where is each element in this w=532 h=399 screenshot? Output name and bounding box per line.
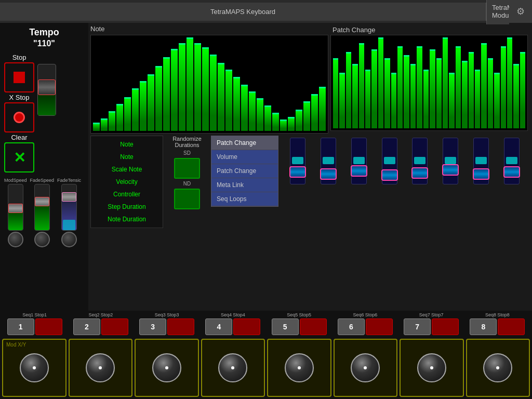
mod-knob[interactable]: [417, 353, 446, 382]
channel-track[interactable]: [290, 138, 305, 184]
channel-track[interactable]: [443, 138, 458, 184]
patch-bar: [462, 61, 467, 128]
patch-bar: [404, 55, 409, 128]
seq-group: Seq5Stop55: [267, 312, 331, 335]
stop-seq-button[interactable]: [366, 318, 393, 335]
nd-button[interactable]: [174, 189, 200, 209]
mod-speed-knob[interactable]: [8, 232, 23, 247]
patch-dropdown-item[interactable]: Meta Link: [211, 178, 278, 192]
stop-seq-button[interactable]: [101, 318, 128, 335]
note-bar: [148, 74, 154, 131]
seq-button[interactable]: 7: [404, 318, 431, 335]
channel-track[interactable]: [504, 138, 520, 184]
channel-slider-col: [314, 138, 343, 184]
seq-row: Seq1Stop11Seq2Stop22Seq3Stop33Seq4Stop44…: [0, 311, 532, 337]
note-bar: [179, 43, 185, 131]
seq-button[interactable]: 4: [205, 318, 232, 335]
patch-dropdown-item[interactable]: Volume: [211, 150, 278, 164]
mod-pad[interactable]: [69, 339, 133, 397]
mod-speed-label: ModSpeed: [4, 178, 27, 183]
fade-speed-knob[interactable]: [34, 232, 50, 247]
patch-bar: [339, 73, 344, 128]
seq-label: Seq1: [22, 312, 33, 317]
channel-inner: [292, 157, 303, 164]
mod-knob[interactable]: [152, 353, 181, 382]
channel-track[interactable]: [473, 138, 489, 184]
modulation-tab[interactable]: TetraMAPS Modulation: [486, 0, 509, 24]
mod-pad[interactable]: [334, 339, 398, 397]
channel-thumb: [351, 165, 367, 177]
stop-seq-button[interactable]: [233, 318, 260, 335]
patch-dropdown-item[interactable]: Patch Change: [211, 164, 278, 178]
note-menu-item[interactable]: Scale Note: [91, 163, 163, 176]
seq-button[interactable]: 6: [338, 318, 365, 335]
fade-tension-knob[interactable]: [61, 232, 77, 247]
mod-knob[interactable]: [86, 353, 115, 382]
stop-label: Stop1: [34, 312, 47, 317]
patch-bar: [333, 58, 338, 128]
seq-button[interactable]: 3: [139, 318, 166, 335]
channel-slider-col: [467, 138, 496, 184]
mod-pad[interactable]: [267, 339, 331, 397]
fade-speed-slider[interactable]: [34, 184, 50, 231]
tempo-slider[interactable]: [37, 64, 56, 116]
patch-bar: [397, 46, 403, 128]
note-graph: [90, 35, 328, 134]
stop-button[interactable]: [4, 62, 34, 92]
note-bar: [155, 66, 162, 131]
channel-track[interactable]: [321, 138, 336, 184]
seq-button[interactable]: 1: [7, 318, 34, 335]
clear-button[interactable]: ✕: [4, 142, 34, 172]
patch-bar: [371, 49, 377, 128]
note-title: Note: [90, 25, 328, 33]
settings-button[interactable]: ⚙: [509, 0, 532, 23]
mod-pad[interactable]: [466, 339, 530, 397]
nd-label: ND: [183, 181, 191, 187]
note-bar: [264, 105, 271, 131]
channel-track[interactable]: [382, 138, 397, 184]
mod-knob[interactable]: [285, 353, 314, 382]
stop-seq-button[interactable]: [498, 318, 525, 335]
stop-seq-button[interactable]: [300, 318, 327, 335]
seq-group: Seq7Stop77: [399, 312, 464, 335]
channel-inner: [475, 157, 487, 164]
mod-pad[interactable]: [201, 339, 265, 397]
fade-tension-slider[interactable]: [61, 184, 77, 231]
note-bar: [124, 97, 131, 131]
stop-seq-button[interactable]: [432, 318, 459, 335]
seq-button[interactable]: 5: [272, 318, 299, 335]
mod-pad[interactable]: [400, 339, 464, 397]
stop-label: Stop2: [101, 312, 113, 317]
mod-pad-label: Mod X/Y: [6, 342, 26, 348]
gear-icon: ⚙: [516, 6, 525, 17]
xstop-button[interactable]: [4, 102, 34, 132]
seq-button[interactable]: 8: [470, 318, 497, 335]
patch-dropdown-item[interactable]: Seq Loops: [211, 192, 278, 206]
seq-group: Seq3Stop33: [135, 312, 200, 335]
stop-seq-button[interactable]: [167, 318, 194, 335]
mod-pad[interactable]: [135, 339, 199, 397]
mod-knob[interactable]: [351, 353, 380, 382]
mod-knob[interactable]: [218, 353, 247, 382]
patch-dropdown-item[interactable]: Patch Change: [211, 136, 278, 150]
note-menu-item[interactable]: Controller: [91, 188, 163, 201]
note-bar: [202, 47, 209, 131]
note-menu-item[interactable]: Step Duration: [91, 201, 163, 213]
note-menu-item[interactable]: Note: [91, 138, 163, 151]
note-menu-item[interactable]: Velocity: [91, 176, 163, 188]
mod-knob[interactable]: [20, 353, 49, 382]
seq-button[interactable]: 2: [73, 318, 100, 335]
stop-label: Stop4: [233, 312, 245, 317]
mod-pad[interactable]: Mod X/Y: [2, 339, 66, 397]
note-menu-item[interactable]: Note Duration: [91, 213, 163, 225]
mod-speed-slider[interactable]: [8, 184, 23, 231]
channel-track[interactable]: [412, 138, 428, 184]
keyboard-tab[interactable]: TetraMAPS Keyboard: [0, 3, 486, 21]
note-bar: [311, 94, 318, 131]
note-menu-item[interactable]: Note: [91, 151, 163, 163]
channel-inner: [506, 157, 517, 164]
mod-knob[interactable]: [483, 353, 512, 382]
sd-button[interactable]: [174, 158, 200, 179]
stop-seq-button[interactable]: [35, 318, 62, 335]
channel-track[interactable]: [351, 138, 367, 184]
